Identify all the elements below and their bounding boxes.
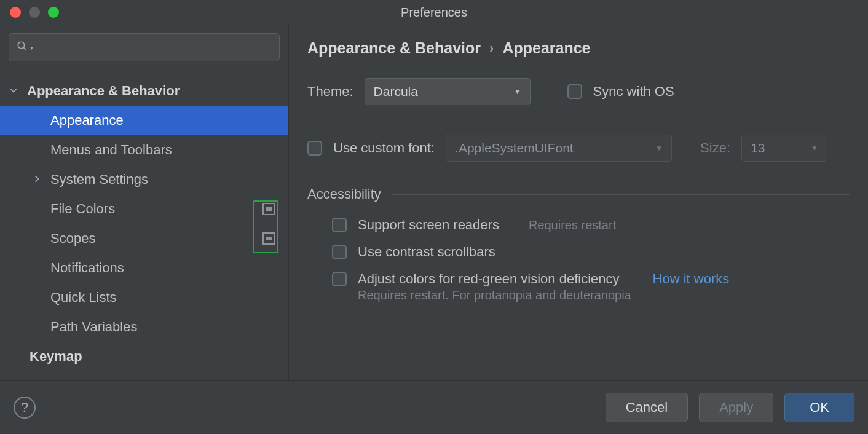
chevron-down-icon: ▾ [30, 44, 33, 51]
size-value: 13 [751, 141, 765, 156]
chevron-down-icon: ▼ [655, 144, 663, 152]
sidebar-item-appearance[interactable]: Appearance [0, 106, 288, 135]
help-button[interactable]: ? [14, 397, 36, 419]
titlebar: Preferences [0, 0, 868, 25]
contrast-scrollbars-label: Use contrast scrollbars [358, 244, 495, 260]
search-input[interactable] [37, 41, 272, 54]
sidebar-item-path-variables[interactable]: Path Variables [0, 312, 288, 342]
content-pane: Appearance & Behavior › Appearance Theme… [289, 25, 868, 380]
use-custom-font-label: Use custom font: [333, 140, 435, 156]
window-title: Preferences [401, 6, 467, 20]
sidebar-item-label: Appearance [50, 112, 124, 128]
sidebar-item-label: System Settings [50, 172, 148, 187]
breadcrumb-parent: Appearance & Behavior [307, 39, 481, 57]
theme-select[interactable]: Darcula ▼ [365, 78, 531, 105]
sidebar-item-file-colors[interactable]: File Colors [0, 194, 288, 224]
ok-button[interactable]: OK [784, 393, 854, 422]
chevron-right-icon [33, 175, 42, 184]
theme-value: Darcula [374, 84, 418, 99]
chevron-down-icon: ▼ [803, 144, 818, 152]
how-it-works-link[interactable]: How it works [653, 271, 730, 287]
window-controls [0, 7, 59, 18]
cancel-button[interactable]: Cancel [606, 393, 688, 422]
chevron-down-icon: ▼ [514, 87, 521, 96]
svg-point-0 [18, 42, 25, 49]
sidebar-item-label: Quick Lists [50, 290, 117, 306]
search-box[interactable]: ▾ [9, 33, 280, 61]
contrast-scrollbars-checkbox[interactable] [332, 245, 347, 259]
close-window-button[interactable] [10, 7, 21, 18]
accessibility-section-header: Accessibility [307, 186, 850, 202]
screen-readers-hint: Requires restart [529, 218, 616, 232]
sidebar-item-system-settings[interactable]: System Settings [0, 165, 288, 194]
sidebar-item-keymap[interactable]: Keymap [0, 342, 288, 371]
sidebar-item-label: Menus and Toolbars [50, 142, 172, 158]
chevron-right-icon: › [489, 41, 494, 57]
size-select[interactable]: 13 ▼ [741, 135, 827, 162]
color-adjust-hint: Requires restart. For protanopia and deu… [358, 288, 850, 302]
sidebar-item-menus-toolbars[interactable]: Menus and Toolbars [0, 135, 288, 165]
sidebar-item-label: Keymap [30, 349, 82, 365]
breadcrumb-current: Appearance [502, 39, 590, 57]
sync-with-os-label: Sync with OS [593, 84, 674, 100]
settings-tree: Appearance & Behavior Appearance Menus a… [0, 69, 288, 371]
breadcrumb: Appearance & Behavior › Appearance [307, 39, 850, 57]
sidebar-item-label: Appearance & Behavior [27, 83, 180, 99]
project-level-icon [262, 203, 275, 215]
sidebar-item-label: Notifications [50, 260, 124, 276]
footer: ? Cancel Apply OK [0, 380, 868, 434]
sidebar-item-label: Scopes [50, 231, 95, 247]
accessibility-title: Accessibility [307, 186, 381, 202]
svg-line-1 [23, 47, 26, 50]
sidebar-item-scopes[interactable]: Scopes [0, 224, 288, 253]
screen-readers-label: Support screen readers [358, 217, 499, 233]
project-level-icon [262, 232, 275, 245]
font-select[interactable]: .AppleSystemUIFont ▼ [446, 135, 672, 162]
screen-readers-checkbox[interactable] [332, 218, 347, 232]
sidebar-item-label: File Colors [50, 201, 115, 217]
color-adjust-checkbox[interactable] [332, 272, 347, 286]
sidebar: ▾ Appearance & Behavior Appearance Menus… [0, 25, 289, 380]
size-label: Size: [700, 140, 730, 156]
divider [392, 194, 850, 195]
sidebar-item-quick-lists[interactable]: Quick Lists [0, 283, 288, 312]
sync-with-os-checkbox[interactable] [567, 84, 582, 99]
sidebar-item-appearance-behavior[interactable]: Appearance & Behavior [0, 76, 288, 106]
apply-button[interactable]: Apply [699, 393, 773, 422]
use-custom-font-checkbox[interactable] [307, 141, 322, 156]
maximize-window-button[interactable] [48, 7, 59, 18]
minimize-window-button[interactable] [29, 7, 40, 18]
search-icon [17, 41, 28, 55]
font-value: .AppleSystemUIFont [455, 141, 574, 156]
color-adjust-label: Adjust colors for red-green vision defic… [358, 271, 620, 287]
sidebar-item-notifications[interactable]: Notifications [0, 253, 288, 283]
chevron-down-icon [10, 86, 18, 96]
theme-label: Theme: [307, 84, 353, 100]
sidebar-item-label: Path Variables [50, 319, 137, 335]
